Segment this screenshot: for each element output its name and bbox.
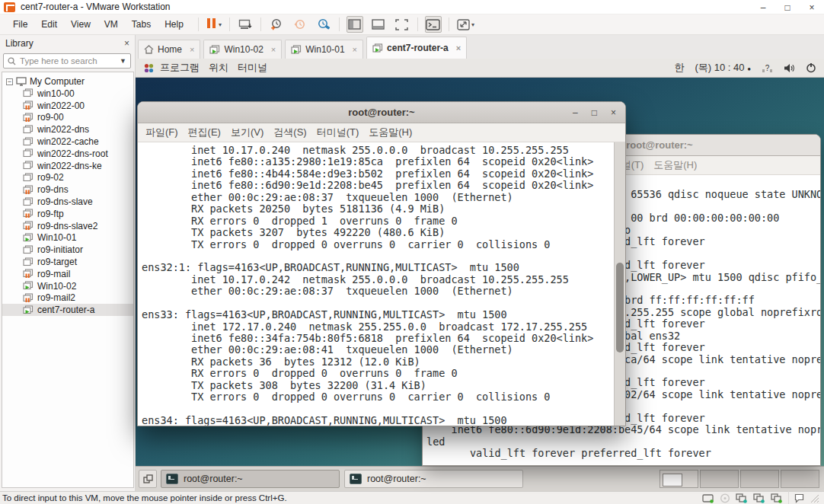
manage-snapshots-icon xyxy=(317,18,331,30)
pause-vm-button[interactable]: ▾ xyxy=(206,16,222,33)
take-snapshot-button[interactable] xyxy=(268,16,285,33)
power-icon[interactable] xyxy=(806,62,816,73)
workspace-2[interactable] xyxy=(700,470,739,488)
workspace-3[interactable] xyxy=(740,470,779,488)
collapse-icon[interactable]: − xyxy=(6,78,13,85)
tree-root-my-computer[interactable]: − My Computer xyxy=(2,75,133,88)
vm-tab[interactable]: Home × xyxy=(138,40,200,59)
message-log-icon[interactable] xyxy=(794,493,804,503)
taskbar-window-button[interactable]: root@router:~ xyxy=(344,470,523,488)
resize-grip[interactable] xyxy=(810,493,819,502)
terminal-menu-item[interactable]: 편집(E) xyxy=(188,126,221,139)
terminal-menu-item[interactable]: 터미널(T) xyxy=(317,126,359,139)
hard-disk-icon[interactable] xyxy=(702,493,714,503)
cd-drive-icon[interactable] xyxy=(720,493,730,503)
tab-label: cent7-router-a xyxy=(387,43,449,53)
guest-menu-item[interactable]: 위치 xyxy=(209,62,228,73)
terminal-maximize-button[interactable]: □ xyxy=(592,107,597,118)
send-ctrl-alt-del-button[interactable] xyxy=(237,16,254,33)
menu-item[interactable]: VM xyxy=(97,19,125,30)
vm-state-icon xyxy=(23,209,34,219)
show-thumbnail-bar-button[interactable] xyxy=(370,16,387,33)
vm-list-item[interactable]: ro9-00 xyxy=(2,112,133,124)
vm-list-item[interactable]: ro9-mail2 xyxy=(2,292,133,305)
tab-close-icon[interactable]: × xyxy=(271,45,276,54)
terminal-scrollbar[interactable] xyxy=(614,142,625,426)
vm-list-item[interactable]: ro9-02 xyxy=(2,172,133,184)
terminal-menu-item[interactable]: 파일(F) xyxy=(145,126,178,139)
menu-item[interactable]: Tabs xyxy=(125,19,158,30)
vm-tab[interactable]: Win10-02 × xyxy=(203,40,282,59)
terminal-menu-item[interactable]: 검색(S) xyxy=(273,126,306,139)
menu-item[interactable]: Help xyxy=(158,19,190,30)
volume-icon[interactable] xyxy=(784,63,795,73)
close-button[interactable]: × xyxy=(800,0,824,14)
terminal-menu-item[interactable]: 도움말(H) xyxy=(653,158,697,172)
vm-list-item[interactable]: win2022-dns xyxy=(2,123,133,136)
vm-list-item[interactable]: cent7-router-a xyxy=(2,304,133,316)
network-adapter-icon[interactable] xyxy=(736,493,748,503)
minimize-button[interactable]: – xyxy=(751,0,775,14)
home-icon xyxy=(144,45,154,54)
vm-list-item[interactable]: ro9-ftp xyxy=(2,208,133,220)
revert-snapshot-button[interactable] xyxy=(292,16,308,33)
terminal-close-button[interactable]: × xyxy=(611,107,616,118)
vm-list-item[interactable]: ro9-initiator xyxy=(2,244,133,256)
vm-name: win2022-00 xyxy=(37,100,85,111)
maximize-button[interactable]: □ xyxy=(775,0,800,14)
terminal-window-foreground[interactable]: root@router:~ – □ × 파일(F)편집(E)보기(V)검색(S)… xyxy=(137,101,626,426)
network-adapter-icon[interactable] xyxy=(753,493,765,503)
vm-list-item[interactable]: ro9-dns xyxy=(2,183,133,196)
terminal-line: ens34: flags=4163<UP,BROADCAST,RUNNING,M… xyxy=(142,415,625,426)
show-library-button[interactable] xyxy=(347,16,363,33)
vm-tab[interactable]: Win10-01 × xyxy=(285,40,363,59)
library-close-icon[interactable]: × xyxy=(124,38,129,49)
network-question-icon[interactable]: ? xyxy=(762,63,773,73)
vm-list-item[interactable]: win2022-cache xyxy=(2,136,133,148)
menu-item[interactable]: Edit xyxy=(34,19,64,30)
terminal-output[interactable]: inet 10.17.0.240 netmask 255.0.0.0 broad… xyxy=(138,142,625,426)
network-adapter-icon[interactable] xyxy=(771,493,783,503)
vm-list-item[interactable]: win2022-dns-ke xyxy=(2,160,133,172)
guest-menu-item[interactable]: 프로그램 xyxy=(160,62,200,73)
tab-close-icon[interactable]: × xyxy=(353,45,357,54)
terminal-menu-item[interactable]: 도움말(H) xyxy=(369,126,412,139)
console-view-button[interactable] xyxy=(425,16,442,33)
vm-list-item[interactable]: Win10-01 xyxy=(2,232,133,244)
search-input[interactable]: Type here to search ▼ xyxy=(3,53,131,69)
vm-list-item[interactable]: win10-00 xyxy=(2,88,133,100)
vm-tab[interactable]: cent7-router-a × xyxy=(366,37,467,59)
vm-list-item[interactable]: ro9-dns-slave2 xyxy=(2,220,133,232)
manage-snapshots-button[interactable] xyxy=(315,16,332,33)
vm-list-item[interactable]: ro9-target xyxy=(2,256,133,268)
terminal-minimize-button[interactable]: – xyxy=(573,107,578,118)
fullscreen-button[interactable] xyxy=(394,16,410,33)
input-method-indicator[interactable]: 한 xyxy=(675,61,685,75)
vm-state-icon xyxy=(23,269,34,279)
workspace-1[interactable] xyxy=(660,470,698,488)
menu-item[interactable]: File xyxy=(6,19,34,30)
applications-menu-icon[interactable] xyxy=(143,62,155,74)
vm-list-item[interactable]: win2022-dns-root xyxy=(2,148,133,160)
tab-close-icon[interactable]: × xyxy=(190,45,194,54)
vm-list-item[interactable]: win2022-00 xyxy=(2,100,133,112)
scrollbar-thumb[interactable] xyxy=(616,263,624,352)
guest-clock[interactable]: (목) 10 : 40 ● xyxy=(695,61,752,75)
chevron-down-icon[interactable]: ▾ xyxy=(471,21,474,28)
chevron-down-icon[interactable]: ▾ xyxy=(219,21,222,28)
show-desktop-button[interactable] xyxy=(139,470,157,488)
guest-menu-item[interactable]: 터미널 xyxy=(238,62,267,73)
terminal-title-bar[interactable]: root@router:~ – □ × xyxy=(138,102,625,123)
search-dropdown-icon[interactable]: ▼ xyxy=(120,57,126,65)
tab-close-icon[interactable]: × xyxy=(456,43,461,53)
vm-list-item[interactable]: ro9-dns-slave xyxy=(2,196,133,208)
menu-item[interactable]: View xyxy=(64,19,97,30)
vm-list-item[interactable]: Win10-02 xyxy=(2,280,133,292)
taskbar-window-button[interactable]: root@router:~ xyxy=(161,470,340,488)
fit-guest-button[interactable]: ▾ xyxy=(456,16,475,33)
vm-list-item[interactable]: ro9-mail xyxy=(2,268,133,280)
terminal-menu-item[interactable]: 보기(V) xyxy=(231,126,263,139)
vm-running-icon xyxy=(209,45,220,55)
terminal-line: TX packets 3207 bytes 492220 (480.6 KiB) xyxy=(142,227,625,238)
workspace-4[interactable] xyxy=(781,470,819,488)
